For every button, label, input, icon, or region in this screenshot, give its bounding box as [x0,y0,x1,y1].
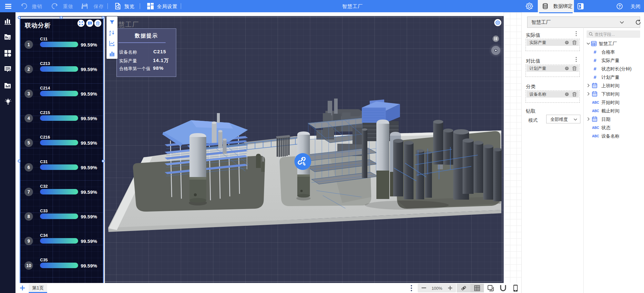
svg-text:Z: Z [109,33,111,36]
svg-text:?: ? [618,4,621,9]
